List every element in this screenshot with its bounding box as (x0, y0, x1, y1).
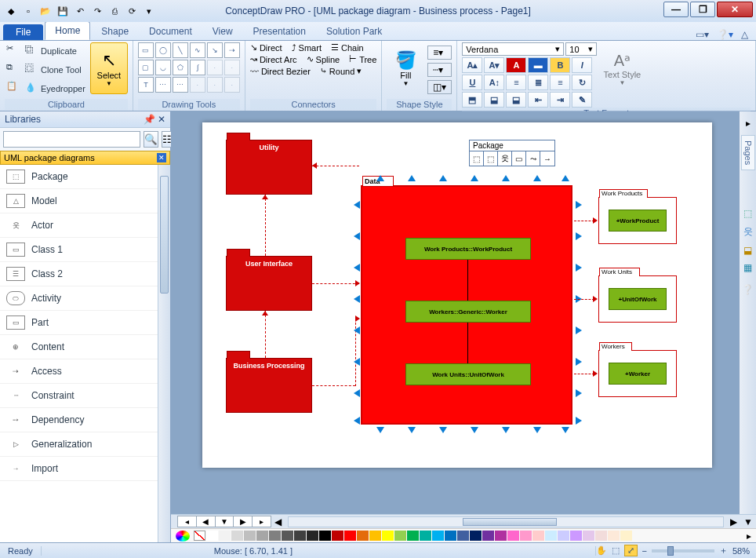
lib-item-dependency[interactable]: ⤍Dependency (0, 408, 170, 432)
palette-swatch[interactable] (294, 531, 306, 541)
tool-line[interactable]: ╲ (173, 42, 188, 58)
page-navigator[interactable]: ◂◀▼▶▸ (177, 516, 271, 527)
hscroll-right[interactable]: ▶ (727, 516, 740, 527)
class-workproduct[interactable]: Work Products::WorkProduct (405, 238, 531, 260)
align-left-button[interactable]: ≡ (506, 75, 526, 90)
fontsize-inc-button[interactable]: A▴ (462, 57, 482, 73)
rotate-button[interactable]: ↻ (572, 75, 592, 90)
window-menu-icon[interactable]: ▭▾ (696, 29, 709, 40)
valign-mid[interactable]: ⬓ (484, 92, 504, 108)
gutter-expand-icon[interactable]: ▸ (746, 118, 751, 129)
zoom-level[interactable]: 58% (732, 546, 750, 556)
align-center-button[interactable]: ≣ (528, 75, 548, 90)
tab-shape[interactable]: Shape (92, 23, 138, 40)
tool-text[interactable]: T (138, 77, 154, 93)
qat-more-icon[interactable]: ▾ (143, 5, 155, 17)
status-zoomwin-icon[interactable]: ⬚ (612, 545, 620, 556)
lib-item-content[interactable]: ⊕Content (0, 335, 170, 359)
tool-roundrect[interactable]: ▢ (138, 60, 154, 75)
palette-swatch[interactable] (394, 531, 406, 541)
gutter-help-icon[interactable]: ❔ (742, 284, 754, 295)
tool-more1[interactable]: ⋯ (155, 77, 171, 93)
palette-swatch[interactable] (457, 531, 469, 541)
palette-swatch[interactable] (583, 531, 594, 541)
align-right-button[interactable]: ≡ (550, 75, 570, 90)
grow-button[interactable]: A↕ (484, 75, 504, 90)
pkg-ui[interactable]: User Interface (226, 256, 312, 311)
valign-bot[interactable]: ⬓ (506, 92, 526, 108)
conn-chain[interactable]: ☰Chain (331, 42, 364, 53)
select-button[interactable]: ↖ Select▼ (90, 42, 128, 94)
library-current-title[interactable]: UML package diagrams ✕ (0, 151, 170, 165)
tool-curve[interactable]: ∿ (190, 42, 205, 58)
palette-swatch[interactable] (219, 531, 231, 541)
status-pan-icon[interactable]: ✋ (596, 545, 607, 556)
lib-item-part[interactable]: ▭Part (0, 311, 170, 335)
palette-swatch[interactable] (470, 531, 482, 541)
tag-opt-3[interactable]: 웃 (498, 151, 512, 166)
qat-open-icon[interactable]: 📂 (39, 5, 52, 17)
maximize-button[interactable]: ❐ (690, 2, 715, 17)
palette-swatch[interactable] (307, 531, 318, 541)
palette-swatch[interactable] (495, 531, 507, 541)
smart-tag-package[interactable]: Package ⬚⬚웃▭⤳→ (469, 140, 555, 166)
textstyle-button[interactable]: Aᵃ Text Style▼ (603, 42, 641, 94)
gutter-icon-4[interactable]: ▦ (743, 262, 752, 273)
class-worker[interactable]: Workers::Generic::Worker (405, 301, 531, 323)
qat-print-icon[interactable]: ⎙ (108, 5, 121, 17)
tool-conn[interactable]: ⇢ (224, 42, 240, 58)
fontcolor-button[interactable]: A (506, 57, 526, 73)
gutter-icon-1[interactable]: ⬚ (743, 208, 752, 219)
palette-swatch[interactable] (344, 531, 356, 541)
help-icon[interactable]: ❔▾ (717, 29, 733, 40)
tool-d4[interactable]: · (224, 77, 240, 93)
zoom-in-button[interactable]: ＋ (719, 545, 728, 556)
zoom-out-button[interactable]: − (642, 546, 647, 556)
panel-close-icon[interactable]: ✕ (158, 114, 165, 125)
palette-swatch[interactable] (620, 531, 632, 541)
palette-swatch[interactable] (369, 531, 381, 541)
palette-swatch[interactable] (432, 531, 444, 541)
tag-opt-1[interactable]: ⬚ (470, 151, 484, 166)
shadow-button[interactable]: ◫▾ (427, 80, 452, 94)
vscroll-btn[interactable]: ▼ (740, 516, 756, 527)
pkg-workers[interactable]: Workers +Worker (598, 350, 677, 397)
pkg-workproducts[interactable]: Work Products +WorkProduct (598, 197, 677, 244)
inner-unitofwork[interactable]: +UnitOfWork (609, 288, 667, 310)
palette-auto[interactable] (176, 531, 190, 542)
palette-swatch[interactable] (482, 531, 494, 541)
bold-button[interactable]: B (550, 57, 570, 73)
pages-tab[interactable]: Pages (741, 135, 755, 170)
lib-item-model[interactable]: △Model (0, 189, 170, 213)
tab-home[interactable]: Home (45, 21, 90, 40)
class-unitofwork[interactable]: Work Units::UnitOfWork (405, 363, 531, 385)
inner-worker[interactable]: +Worker (609, 363, 667, 385)
tool-poly[interactable]: ⬠ (173, 60, 188, 75)
valign-top[interactable]: ⬒ (462, 92, 482, 108)
fontsize-dec-button[interactable]: A▾ (484, 57, 504, 73)
qat-new-icon[interactable]: ▫ (22, 5, 35, 17)
lineweight-button[interactable]: ≡▾ (427, 46, 452, 60)
tab-document[interactable]: Document (140, 23, 202, 40)
palette-swatch[interactable] (382, 531, 394, 541)
linestyle-button[interactable]: ┄▾ (427, 63, 452, 77)
fill-button[interactable]: 🪣 Fill▼ (387, 42, 424, 94)
pin-icon[interactable]: 📌 (144, 114, 155, 125)
inner-workproduct[interactable]: +WorkProduct (609, 210, 667, 232)
lib-item-import[interactable]: →Import (0, 457, 170, 481)
library-scrollbar[interactable] (158, 165, 170, 542)
lib-item-actor[interactable]: 웃Actor (0, 213, 170, 238)
conn-directarc[interactable]: ↝Direct Arc (250, 54, 297, 64)
close-button[interactable]: ✕ (717, 2, 753, 17)
palette-swatch[interactable] (332, 531, 343, 541)
palette-none[interactable] (194, 531, 205, 541)
lib-item-class1[interactable]: ▭Class 1 (0, 238, 170, 262)
zoom-slider[interactable] (652, 549, 714, 553)
tab-view[interactable]: View (203, 23, 242, 40)
lib-item-package[interactable]: ⬚Package (0, 165, 170, 189)
library-close-icon[interactable]: ✕ (157, 153, 166, 162)
palette-swatch[interactable] (269, 531, 281, 541)
tool-more2[interactable]: ⋯ (173, 77, 188, 93)
palette-swatch[interactable] (570, 531, 582, 541)
pkg-workunits[interactable]: Work Units +UnitOfWork (598, 275, 677, 323)
